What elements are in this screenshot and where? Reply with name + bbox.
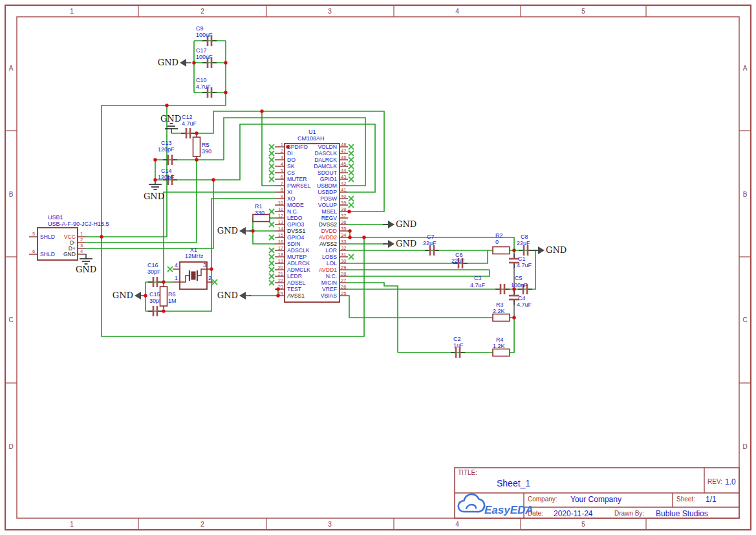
component-ref[interactable]: R4 [496, 336, 504, 343]
sheet-value[interactable]: 1/1 [706, 495, 717, 504]
pin-number: 1 [281, 142, 283, 147]
component-R5[interactable] [193, 134, 200, 160]
rev-value[interactable]: 1.0 [725, 477, 736, 486]
component-value[interactable]: 330 [255, 210, 265, 216]
pin-name: GND [63, 251, 76, 257]
junction-dot [260, 109, 263, 113]
wire[interactable] [510, 318, 514, 353]
component-ref[interactable]: C13 [161, 140, 172, 146]
pin-number: 1 [80, 231, 83, 237]
component-value[interactable]: 4.7uF [196, 83, 211, 90]
component-value[interactable]: 120pF [158, 146, 175, 153]
component-ref[interactable]: C4 [518, 295, 526, 301]
component-R2[interactable] [493, 247, 510, 254]
component-value[interactable]: 120pF [158, 174, 175, 180]
component-ref[interactable]: C3 [474, 275, 482, 281]
gnd-flag-icon[interactable] [388, 240, 394, 248]
component-value[interactable]: 100nF [511, 282, 528, 289]
component-ref[interactable]: C10 [196, 77, 207, 83]
no-connect-icon [269, 261, 274, 266]
junction-dot [348, 229, 351, 232]
component-R3[interactable] [493, 314, 510, 322]
pin-name: DALRCK [314, 157, 337, 163]
wire[interactable] [86, 160, 197, 243]
component-ref[interactable]: C2 [453, 336, 461, 342]
pin-name: DO [287, 157, 296, 163]
wire[interactable] [86, 180, 213, 248]
gnd-flag-icon[interactable] [388, 221, 394, 228]
component-ref[interactable]: C9 [196, 25, 204, 32]
pin-name: DVSS2 [319, 221, 337, 228]
component-value[interactable]: 4.7uF [517, 301, 532, 308]
gnd-flag-icon[interactable] [135, 292, 141, 300]
component-value[interactable]: 22uF [517, 240, 530, 246]
no-connect-icon [349, 254, 354, 259]
component-value[interactable]: 22uF [451, 257, 465, 264]
component-R4[interactable] [493, 349, 510, 356]
junction-dot [195, 131, 198, 135]
drawn-by-value[interactable]: Bublue Studios [656, 509, 708, 518]
component-ref[interactable]: C17 [196, 47, 207, 54]
pin-number: 3 [80, 243, 83, 248]
schematic-canvas[interactable]: 1 1 2 2 3 3 4 4 5 5 A A B B C C D D GND … [0, 0, 756, 535]
component-value[interactable]: 4.7uF [517, 262, 532, 268]
component-ref[interactable]: USB1 [48, 214, 63, 221]
component-R6[interactable] [160, 283, 167, 309]
component-value[interactable]: USB-A-F-90-JCJ-H15.5 [48, 221, 109, 227]
pin-number: 39 [341, 200, 346, 206]
component-ref[interactable]: C1 [518, 256, 526, 262]
component-ref[interactable]: C5 [515, 275, 523, 281]
pin-number: 5 [281, 168, 283, 173]
component-value[interactable]: 0 [495, 239, 499, 245]
component-value[interactable]: CM108AH [297, 135, 325, 142]
gnd-flag-icon[interactable] [239, 227, 246, 235]
component-ref[interactable]: C8 [521, 234, 528, 240]
gnd-flag-icon[interactable] [180, 59, 186, 67]
gnd-flag-icon[interactable] [538, 246, 545, 254]
ruler-column-label: 2 [200, 8, 204, 15]
component-ref[interactable]: R3 [496, 301, 504, 308]
component-ref[interactable]: U1 [308, 129, 316, 135]
component-value[interactable]: 390 [202, 148, 211, 155]
component-ref[interactable]: C7 [427, 234, 435, 240]
company-value[interactable]: Your Company [570, 495, 621, 504]
component-value[interactable]: 100nF [196, 54, 213, 60]
pin-name: VREF [322, 286, 337, 292]
component-ref[interactable]: R2 [495, 232, 503, 239]
component-value[interactable]: 30pF [147, 268, 161, 275]
component-ref[interactable]: C12 [182, 114, 193, 120]
component-value[interactable]: 2.2K [493, 308, 505, 314]
junction-dot [224, 91, 227, 94]
gnd-flag-icon[interactable] [239, 292, 246, 300]
component-value[interactable]: 1uF [453, 342, 464, 349]
component-ref[interactable]: C14 [161, 168, 172, 174]
component-value[interactable]: 4.7uF [470, 282, 486, 289]
component-ref[interactable]: R6 [168, 291, 176, 298]
component-ref[interactable]: C15 [149, 291, 160, 298]
wire[interactable] [348, 250, 488, 263]
component-value[interactable]: 22uF [423, 240, 437, 246]
pin-number: 28 [341, 271, 346, 277]
component-ref[interactable]: R1 [255, 203, 263, 210]
component-ref[interactable]: X1 [190, 246, 197, 253]
pin-number: 31 [341, 252, 346, 257]
junction-dot [276, 287, 279, 290]
component-value[interactable]: 1M [168, 298, 177, 304]
sheet-title[interactable]: Sheet_1 [497, 478, 530, 488]
component-ref[interactable]: C16 [147, 262, 158, 268]
wire[interactable] [348, 270, 490, 276]
component-value[interactable]: 12MHz [185, 253, 204, 259]
junction-dot [512, 316, 515, 319]
component-value[interactable]: 1.2K [493, 343, 505, 349]
pin-number: 7 [281, 180, 283, 186]
component-value[interactable]: 4.7uF [182, 120, 197, 127]
component-ref[interactable]: R5 [202, 142, 210, 148]
pin-number: 3 [203, 262, 206, 268]
ruler-column-label: 4 [455, 8, 459, 15]
pin-number: 11 [278, 206, 283, 212]
component-value[interactable]: 100nF [196, 32, 213, 38]
date-value[interactable]: 2020-11-24 [554, 509, 593, 518]
pin-name: ADSEL [287, 279, 305, 286]
wire[interactable] [348, 296, 493, 318]
component-X1[interactable] [173, 262, 213, 289]
